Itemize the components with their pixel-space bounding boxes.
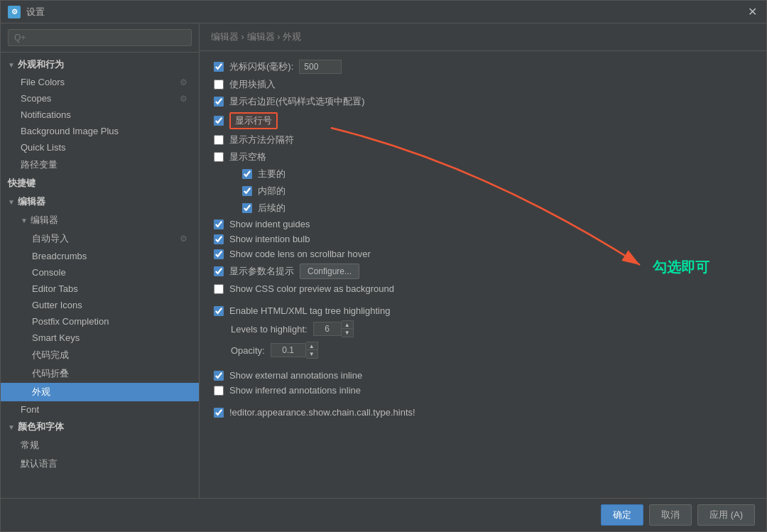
ok-button[interactable]: 确定 <box>601 504 643 526</box>
trailing-checkbox[interactable] <box>242 203 252 213</box>
ieditor-hints-row: !editor.appearance.show.chain.call.type.… <box>214 407 752 418</box>
ieditor-hints-checkbox[interactable] <box>214 408 224 418</box>
titlebar: ⚙ 设置 ✕ <box>1 1 766 23</box>
window-title: 设置 <box>26 6 745 18</box>
sidebar-label: 常规 <box>21 439 39 452</box>
sidebar-item-editor-group[interactable]: ▼ 编辑器 <box>1 192 199 211</box>
intention-bulb-checkbox[interactable] <box>214 234 224 244</box>
indent-guides-row: Show indent guides <box>214 219 752 229</box>
indent-guides-checkbox[interactable] <box>214 219 224 229</box>
sidebar-item-file-colors[interactable]: File Colors ⚙ <box>1 74 199 90</box>
html-xml-checkbox[interactable] <box>214 306 224 316</box>
main-checkbox[interactable] <box>242 169 252 179</box>
line-numbers-checkbox[interactable] <box>214 116 224 126</box>
sidebar-item-quick-lists[interactable]: Quick Lists <box>1 139 199 156</box>
intention-bulb-label: Show intention bulb <box>229 234 310 244</box>
css-preview-label: Show CSS color preview as background <box>229 283 394 294</box>
sidebar-item-breadcrumbs[interactable]: Breadcrumbs <box>1 248 199 264</box>
inner-checkbox-row: 内部的 <box>214 185 752 197</box>
spinner-down[interactable]: ▼ <box>342 329 353 337</box>
sidebar-item-editor-tabs[interactable]: Editor Tabs <box>1 281 199 297</box>
sidebar-item-appearance[interactable]: 外观 <box>1 383 199 401</box>
inferred-annotations-checkbox[interactable] <box>214 386 224 396</box>
sidebar-label: 代码完成 <box>32 349 69 362</box>
ieditor-hints-label: !editor.appearance.show.chain.call.type.… <box>229 407 415 418</box>
param-hints-checkbox[interactable] <box>214 266 224 276</box>
param-hints-label: 显示参数名提示 <box>229 265 294 278</box>
external-annotations-checkbox[interactable] <box>214 371 224 381</box>
sidebar-item-normal[interactable]: 常规 <box>1 436 199 455</box>
cursor-blink-label: 光标闪烁(毫秒): <box>229 60 293 73</box>
sidebar-label: 编辑器 <box>18 195 45 208</box>
sidebar-label: 代码折叠 <box>32 367 69 380</box>
inferred-annotations-label: Show inferred annotations inline <box>229 385 361 396</box>
levels-label: Levels to highlight: <box>231 324 308 335</box>
cursor-blink-value[interactable] <box>299 60 342 74</box>
sidebar-item-code-complete[interactable]: 代码完成 <box>1 346 199 364</box>
opacity-value[interactable] <box>271 343 306 357</box>
sidebar-item-gutter-icons[interactable]: Gutter Icons <box>1 297 199 313</box>
method-sep-row: 显示方法分隔符 <box>214 134 752 146</box>
settings-content: 光标闪烁(毫秒): 使用块插入 显示右边距(代码样式选项中配置) <box>200 51 766 498</box>
spinner-controls: ▲ ▼ <box>342 320 354 337</box>
whitespace-row: 显示空格 <box>214 151 752 163</box>
block-caret-checkbox[interactable] <box>214 80 224 89</box>
sidebar-item-scopes[interactable]: Scopes ⚙ <box>1 90 199 107</box>
right-panel: 编辑器 › 编辑器 › 外观 光标闪烁(毫秒): 使用块插入 <box>200 23 766 498</box>
cursor-blink-checkbox[interactable] <box>214 62 224 72</box>
main-checkbox-row: 主要的 <box>214 168 752 180</box>
opacity-up[interactable]: ▲ <box>306 342 317 350</box>
sidebar-item-language[interactable]: 默认语言 <box>1 455 199 473</box>
opacity-down[interactable]: ▼ <box>306 350 317 358</box>
sidebar-item-auto-import[interactable]: 自动导入 ⚙ <box>1 229 199 248</box>
code-lens-checkbox[interactable] <box>214 249 224 259</box>
inner-checkbox[interactable] <box>242 186 252 196</box>
sidebar-item-color-font[interactable]: ▼ 颜色和字体 <box>1 418 199 436</box>
close-button[interactable]: ✕ <box>745 5 759 19</box>
line-numbers-label: 显示行号 <box>229 112 278 129</box>
sidebar-item-font[interactable]: Font <box>1 401 199 418</box>
spinner-up[interactable]: ▲ <box>342 321 353 329</box>
method-sep-checkbox[interactable] <box>214 135 224 145</box>
sidebar-item-notifications[interactable]: Notifications <box>1 107 199 123</box>
sidebar-label: 快捷键 <box>8 177 36 190</box>
code-lens-row: Show code lens on scrollbar hover <box>214 249 752 259</box>
method-sep-label: 显示方法分隔符 <box>229 134 294 146</box>
sidebar-item-path-var[interactable]: 路径变量 <box>1 156 199 174</box>
expand-icon: ▼ <box>8 423 15 431</box>
opacity-label: Opacity: <box>231 345 265 356</box>
right-margin-checkbox[interactable] <box>214 97 224 107</box>
sidebar-label: Console <box>32 267 66 278</box>
css-preview-checkbox[interactable] <box>214 284 224 294</box>
whitespace-checkbox[interactable] <box>214 152 224 162</box>
cancel-button[interactable]: 取消 <box>649 504 692 526</box>
sidebar-item-postfix[interactable]: Postfix Completion <box>1 313 199 330</box>
levels-value[interactable] <box>313 322 342 336</box>
opacity-row: Opacity: ▲ ▼ <box>214 342 752 359</box>
sidebar-item-bg-image[interactable]: Background Image Plus <box>1 123 199 139</box>
main-content: ▼ 外观和行为 File Colors ⚙ Scopes ⚙ Notificat… <box>1 23 766 498</box>
sidebar-item-code-fold[interactable]: 代码折叠 <box>1 364 199 383</box>
apply-button[interactable]: 应用 (A) <box>697 504 755 526</box>
sidebar-label: 外观和行为 <box>18 58 64 71</box>
levels-row: Levels to highlight: ▲ ▼ <box>214 320 752 337</box>
configure-button[interactable]: Configure... <box>300 264 359 279</box>
param-hints-row: 显示参数名提示 Configure... <box>214 264 752 279</box>
external-annotations-row: Show external annotations inline <box>214 370 752 381</box>
html-xml-label: Enable HTML/XML tag tree highlighting <box>229 305 390 316</box>
gear-icon: ⚙ <box>180 234 187 244</box>
expand-icon: ▼ <box>8 61 15 69</box>
sidebar-item-shortcuts[interactable]: 快捷键 <box>1 174 199 192</box>
sidebar-label: 外观 <box>32 386 50 398</box>
sidebar-tree: ▼ 外观和行为 File Colors ⚙ Scopes ⚙ Notificat… <box>1 53 199 498</box>
opacity-spinner: ▲ ▼ <box>271 342 318 359</box>
sidebar-label: 默认语言 <box>21 457 58 470</box>
external-annotations-label: Show external annotations inline <box>229 370 362 381</box>
search-input[interactable] <box>8 29 192 46</box>
sidebar-item-smart-keys[interactable]: Smart Keys <box>1 330 199 346</box>
right-margin-row: 显示右边距(代码样式选项中配置) <box>214 95 752 108</box>
sidebar-item-editor-sub[interactable]: ▼ 编辑器 <box>1 211 199 229</box>
sidebar-item-console[interactable]: Console <box>1 264 199 281</box>
inferred-annotations-row: Show inferred annotations inline <box>214 385 752 396</box>
sidebar-item-appearance-behavior[interactable]: ▼ 外观和行为 <box>1 55 199 74</box>
